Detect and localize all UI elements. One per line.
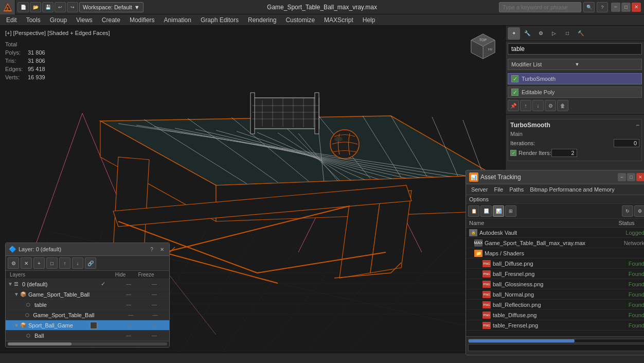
render-iters-row: ✓ Render Iters: — [510, 149, 639, 157]
layer-expand-sport-ball[interactable]: ▼ — [14, 322, 20, 328]
asset-tb-btn2[interactable]: 📃 — [480, 205, 492, 217]
asset-menu-server[interactable]: Server — [469, 185, 490, 194]
render-iters-input[interactable] — [551, 149, 577, 157]
layer-row-table-ball-obj[interactable]: ▶ ⬡ Game_Sport_Table_Ball — — — [6, 310, 169, 320]
asset-tb-btn3[interactable]: 📊 — [493, 205, 504, 217]
open-file-btn[interactable]: 📂 — [30, 2, 41, 12]
asset-tb-btn1[interactable]: 📋 — [468, 205, 479, 217]
layer-panel-title: Layer: 0 (default) — [19, 246, 146, 252]
render-iters-checkbox[interactable]: ✓ — [510, 150, 516, 156]
asset-menu-options[interactable]: Options — [469, 196, 644, 202]
modifier-enabled-check2[interactable]: ✓ — [511, 89, 518, 96]
layer-row-0[interactable]: ▼ ☰ 0 (default) ✓ — — — [6, 279, 169, 289]
redo-btn[interactable]: ↪ — [67, 2, 78, 12]
undo-btn[interactable]: ↩ — [55, 2, 66, 12]
asset-menu-bitmap[interactable]: Bitmap Performance and Memory — [528, 185, 616, 194]
asset-close-btn[interactable]: ✕ — [636, 173, 644, 181]
asset-tb-btn4[interactable]: ⊞ — [505, 205, 516, 217]
modifier-list-dropdown[interactable]: Modifier List ▼ — [508, 59, 642, 70]
maximize-button[interactable]: □ — [621, 3, 631, 12]
editable-poly-modifier[interactable]: ✓ Editable Poly — [508, 87, 642, 98]
search-button[interactable]: 🔍 — [583, 2, 595, 12]
asset-row-ball-diffuse[interactable]: PNG ball_Diffuse.png Found — [466, 258, 644, 269]
help-btn[interactable]: ? — [597, 2, 608, 12]
layer-select-btn[interactable]: □ — [46, 257, 58, 269]
layer-name-sport-ball: Sport_Ball_Game — [27, 322, 90, 329]
asset-row-ball-glossiness[interactable]: PNG ball_Glossiness.png Found — [466, 279, 644, 289]
layer-scrollbar[interactable] — [8, 342, 167, 345]
layer-move-btn[interactable]: ↑ — [59, 257, 70, 269]
layer-row-ball[interactable]: ▶ ⬡ Ball — — — [6, 331, 169, 341]
move-up-btn[interactable]: ↑ — [520, 100, 531, 111]
save-btn[interactable]: 💾 — [42, 2, 53, 12]
workspace-dropdown[interactable]: Workspace: Default ▼ — [79, 2, 144, 12]
menu-tools[interactable]: Tools — [22, 15, 45, 25]
layer-panel-help-btn[interactable]: ? — [148, 245, 156, 253]
hierarchy-tab[interactable]: ⚙ — [534, 27, 547, 40]
sport-ball-square[interactable] — [90, 322, 97, 329]
layer-move-down-btn[interactable]: ↓ — [72, 257, 83, 269]
asset-row-maps[interactable]: 📁 Maps / Shaders — [466, 248, 644, 258]
menu-graph-editors[interactable]: Graph Editors — [196, 15, 243, 25]
asset-menu-paths[interactable]: Paths — [507, 185, 526, 194]
menu-maxscript[interactable]: MAXScript — [320, 15, 357, 25]
layer-settings-btn[interactable]: ⚙ — [8, 257, 19, 269]
pin-stack-btn[interactable]: 📌 — [508, 100, 519, 111]
modifier-enabled-check[interactable]: ✓ — [511, 75, 518, 82]
asset-row-maxfile[interactable]: MAX Game_Sport_Table_Ball_max_vray.max N… — [466, 238, 644, 248]
asset-tb-settings[interactable]: ⚙ — [634, 205, 644, 217]
layer-link-btn[interactable]: 🔗 — [85, 257, 96, 269]
asset-minimize-btn[interactable]: − — [618, 173, 626, 181]
asset-row-ball-fresnel[interactable]: PNG ball_Fresnel.png Found — [466, 269, 644, 279]
menu-create[interactable]: Create — [98, 15, 124, 25]
layer-expand-1[interactable]: ▼ — [14, 291, 20, 297]
asset-row-ball-normal[interactable]: PNG ball_Normal.png Found — [466, 289, 644, 300]
menu-modifiers[interactable]: Modifiers — [126, 15, 159, 25]
asset-table-body[interactable]: 🔒 Autodesk Vault Logged MAX Game_Sport_T… — [466, 228, 644, 336]
turbosmooth-modifier[interactable]: ✓ TurboSmooth — [508, 73, 642, 84]
minimize-button[interactable]: − — [611, 3, 620, 12]
menu-views[interactable]: Views — [72, 15, 97, 25]
menu-rendering[interactable]: Rendering — [244, 15, 280, 25]
menu-animation[interactable]: Animation — [160, 15, 195, 25]
configure-btn[interactable]: ⚙ — [545, 100, 556, 111]
layer-row-table[interactable]: ▶ ⬡ table — — — [6, 300, 169, 310]
move-down-btn[interactable]: ↓ — [532, 100, 544, 111]
modify-tab[interactable]: 🔧 — [521, 27, 533, 40]
layer-add-btn[interactable]: + — [33, 257, 45, 269]
nav-cube[interactable]: TOP FR — [465, 30, 501, 66]
layer-panel-close-btn[interactable]: ✕ — [158, 245, 166, 253]
asset-row-vault[interactable]: 🔒 Autodesk Vault Logged — [466, 228, 644, 238]
asset-path-input[interactable] — [468, 344, 644, 351]
layer-row-sport-ball[interactable]: ▼ 📦 Sport_Ball_Game — — — [6, 320, 169, 331]
turbosmooth-collapse-btn[interactable]: − — [636, 122, 639, 129]
layer-name-ball: Ball — [33, 333, 90, 339]
turbosmooth-panel: TurboSmooth − Main Iterations: ✓ Render … — [508, 119, 642, 161]
asset-row-table-frensel[interactable]: PNG table_Frensel.png Found — [466, 320, 644, 331]
layer-expand-0[interactable]: ▼ — [8, 281, 14, 287]
menu-group[interactable]: Group — [46, 15, 71, 25]
new-file-btn[interactable]: 📄 — [17, 2, 29, 12]
asset-row-status-ball-reflection: Found — [609, 302, 644, 308]
menu-edit[interactable]: Edit — [2, 15, 21, 25]
search-input[interactable] — [499, 2, 581, 12]
asset-row-table-diffuse[interactable]: PNG table_Diffuse.png Found — [466, 310, 644, 320]
layer-delete-btn[interactable]: ✕ — [21, 257, 32, 269]
display-tab[interactable]: □ — [561, 27, 574, 40]
menu-help[interactable]: Help — [359, 15, 380, 25]
layer-row-1[interactable]: ▼ 📦 Game_Sport_Table_Ball — — — [6, 289, 169, 300]
menu-customize[interactable]: Customize — [281, 15, 319, 25]
motion-tab[interactable]: ▷ — [548, 27, 560, 40]
asset-row-ball-reflection[interactable]: PNG ball_Reflection.png Found — [466, 300, 644, 310]
create-tab[interactable]: ✦ — [508, 27, 520, 40]
viewport-stats: Total Polys: 31 806 Tris: 31 806 Edges: … — [5, 40, 45, 81]
iterations-input[interactable] — [614, 139, 639, 147]
utilities-tab[interactable]: 🔨 — [575, 27, 587, 40]
asset-png-icon-1: PNG — [482, 260, 491, 267]
close-button[interactable]: ✕ — [632, 3, 641, 12]
asset-maximize-btn[interactable]: □ — [627, 173, 635, 181]
asset-tb-refresh[interactable]: ↻ — [622, 205, 633, 217]
object-name-field[interactable] — [508, 43, 642, 55]
delete-modifier-btn[interactable]: 🗑 — [557, 100, 568, 111]
asset-menu-file[interactable]: File — [492, 185, 505, 194]
